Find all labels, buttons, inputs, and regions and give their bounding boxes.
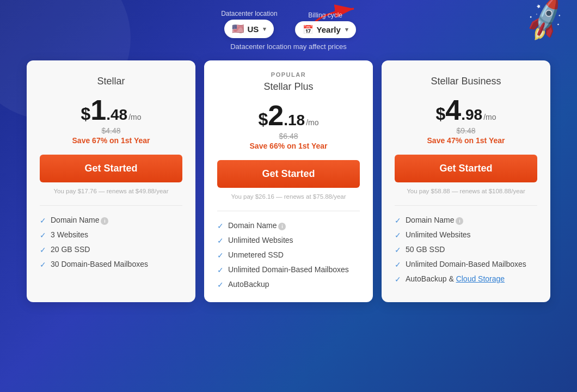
feature-item: ✓ Unlimited Websites (217, 236, 360, 245)
datacenter-value: US (247, 24, 259, 34)
price-amount: 1 (90, 96, 106, 124)
feature-text: Unmetered SSD (228, 250, 284, 259)
feature-item: ✓ Domain Namei (217, 221, 360, 230)
original-price: $4.48 (40, 126, 182, 135)
flag-icon: 🇺🇸 (232, 23, 244, 35)
price-row: $ 1 .48 /mo (40, 96, 182, 124)
feature-item: ✓ Unlimited Websites (395, 230, 537, 240)
plan-card-stellar-business: Stellar Business $ 4 .98 /mo $9.48 Save … (382, 60, 550, 302)
check-icon: ✓ (217, 251, 224, 260)
feature-item: ✓ AutoBackup (217, 280, 360, 289)
pricing-cards: Stellar $ 1 .48 /mo $4.48 Save 67% on 1s… (0, 60, 577, 302)
renewal-note: You pay $17.76 — renews at $49.88/year (40, 188, 182, 194)
check-icon: ✓ (395, 275, 401, 284)
check-icon: ✓ (217, 280, 224, 289)
billing-select[interactable]: 📅 Yearly ▾ (295, 21, 356, 38)
check-icon: ✓ (40, 246, 46, 254)
feature-text: Unlimited Domain-Based Mailboxes (228, 265, 349, 274)
controls-row: Datacenter location 🇺🇸 US ▾ Billing cycl… (221, 10, 356, 38)
price-period: /mo (128, 113, 141, 121)
feature-item: ✓ Domain Namei (395, 216, 537, 225)
check-icon: ✓ (217, 222, 224, 230)
price-period: /mo (483, 113, 496, 121)
feature-text: Unlimited Domain-Based Mailboxes (406, 260, 526, 268)
divider (40, 205, 182, 206)
datacenter-control: Datacenter location 🇺🇸 US ▾ (221, 10, 277, 38)
datacenter-select[interactable]: 🇺🇸 US ▾ (224, 20, 274, 38)
check-icon: ✓ (40, 260, 46, 269)
feature-text: Unlimited Websites (406, 230, 471, 239)
feature-text: 30 Domain-Based Mailboxes (51, 260, 148, 268)
check-icon: ✓ (40, 231, 46, 240)
info-icon[interactable]: i (278, 223, 286, 230)
feature-item: ✓ Domain Namei (40, 216, 182, 225)
feature-item: ✓ Unlimited Domain-Based Mailboxes (395, 260, 537, 269)
get-started-button[interactable]: Get Started (40, 155, 182, 182)
header-section: Datacenter location 🇺🇸 US ▾ Billing cycl… (0, 0, 577, 58)
original-price: $9.48 (395, 126, 537, 135)
check-icon: ✓ (395, 260, 401, 269)
save-text: Save 67% on 1st Year (40, 136, 182, 145)
features-list: ✓ Domain Namei ✓ 3 Websites ✓ 20 GB SSD … (40, 216, 182, 269)
feature-item: ✓ Unlimited Domain-Based Mailboxes (217, 265, 360, 274)
save-text: Save 66% on 1st Year (217, 142, 360, 150)
plan-card-stellar-plus: POPULAR Stellar Plus $ 2 .18 /mo $6.48 S… (204, 60, 373, 302)
feature-text: Unlimited Websites (228, 236, 293, 244)
features-list: ✓ Domain Namei ✓ Unlimited Websites ✓ Un… (217, 221, 360, 289)
billing-label: Billing cycle (308, 11, 342, 19)
divider (395, 205, 537, 206)
check-icon: ✓ (217, 236, 224, 245)
save-text: Save 47% on 1st Year (395, 136, 537, 145)
price-dollar: $ (436, 104, 446, 124)
get-started-button[interactable]: Get Started (217, 160, 360, 188)
check-icon: ✓ (395, 246, 401, 254)
calendar-icon: 📅 (303, 24, 314, 35)
price-period: /mo (306, 118, 318, 127)
info-icon[interactable]: i (456, 217, 463, 225)
price-decimal: .18 (284, 112, 305, 129)
feature-text: AutoBackup & Cloud Storage (406, 274, 505, 283)
info-icon[interactable]: i (101, 217, 108, 225)
price-dollar: $ (81, 104, 91, 124)
billing-value: Yearly (317, 25, 341, 34)
billing-control: Billing cycle 📅 Yearly ▾ (295, 11, 356, 38)
feature-text: 20 GB SSD (51, 245, 90, 254)
original-price: $6.48 (217, 132, 360, 140)
renewal-note: You pay $58.88 — renews at $108.88/year (395, 188, 537, 194)
feature-item: ✓ 30 Domain-Based Mailboxes (40, 260, 182, 269)
plan-card-stellar: Stellar $ 1 .48 /mo $4.48 Save 67% on 1s… (27, 60, 195, 302)
datacenter-note: Datacenter location may affect prices (230, 42, 347, 51)
feature-text: AutoBackup (228, 280, 269, 289)
feature-text: Domain Namei (406, 216, 463, 225)
feature-item: ✓ Unmetered SSD (217, 250, 360, 260)
features-list: ✓ Domain Namei ✓ Unlimited Websites ✓ 50… (395, 216, 537, 284)
check-icon: ✓ (40, 216, 46, 225)
price-dollar: $ (259, 109, 268, 130)
feature-item: ✓ 20 GB SSD (40, 245, 182, 254)
price-amount: 4 (445, 96, 461, 124)
feature-text: 3 Websites (51, 230, 88, 239)
renewal-note: You pay $26.16 — renews at $75.88/year (217, 193, 360, 200)
popular-badge: POPULAR (217, 71, 360, 78)
price-amount: 2 (268, 101, 284, 130)
datacenter-chevron-icon: ▾ (263, 26, 266, 33)
feature-text: Domain Namei (228, 221, 286, 230)
datacenter-label: Datacenter location (221, 10, 277, 17)
plan-name: Stellar Plus (217, 81, 360, 93)
get-started-button[interactable]: Get Started (395, 155, 537, 182)
feature-text: 50 GB SSD (406, 245, 445, 254)
check-icon: ✓ (395, 231, 401, 240)
cloud-storage-link[interactable]: Cloud Storage (456, 274, 505, 283)
price-row: $ 2 .18 /mo (217, 101, 360, 130)
feature-item: ✓ 3 Websites (40, 230, 182, 240)
billing-chevron-icon: ▾ (345, 26, 348, 33)
feature-item: ✓ 50 GB SSD (395, 245, 537, 254)
check-icon: ✓ (217, 266, 224, 274)
price-row: $ 4 .98 /mo (395, 96, 537, 124)
feature-text: Domain Namei (51, 216, 108, 225)
plan-name: Stellar Business (395, 76, 537, 87)
price-decimal: .98 (461, 106, 482, 124)
plan-name: Stellar (40, 76, 182, 87)
feature-item: ✓ AutoBackup & Cloud Storage (395, 274, 537, 284)
check-icon: ✓ (395, 216, 401, 225)
